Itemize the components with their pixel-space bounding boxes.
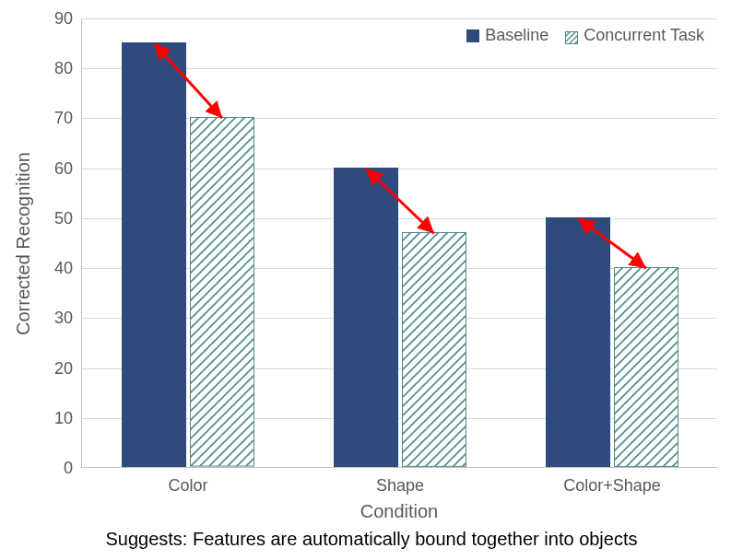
legend-label-concurrent: Concurrent Task [584, 26, 704, 45]
legend: Baseline Concurrent Task [466, 26, 704, 45]
bar-baseline [334, 168, 398, 467]
grid-line [82, 18, 717, 19]
y-tick-label: 80 [54, 59, 82, 78]
bar-concurrent [614, 267, 678, 467]
legend-item-baseline: Baseline [466, 26, 548, 45]
y-tick-label: 50 [54, 208, 82, 228]
y-tick-label: 30 [54, 309, 82, 328]
svg-rect-6 [403, 233, 466, 467]
svg-rect-9 [615, 268, 678, 467]
x-tick-label: Color+Shape [563, 467, 661, 496]
legend-item-concurrent: Concurrent Task [565, 26, 704, 45]
legend-label-baseline: Baseline [485, 26, 548, 45]
y-axis-label: Corrected Recognition [9, 18, 37, 468]
y-tick-label: 0 [64, 459, 82, 478]
chart-container: Corrected Recognition Baseline [0, 0, 743, 560]
bar-concurrent [190, 117, 254, 467]
bar-baseline [546, 217, 610, 467]
y-tick-label: 90 [54, 9, 82, 29]
y-tick-label: 40 [54, 259, 82, 278]
x-axis-label: Condition [81, 501, 717, 522]
svg-rect-1 [566, 31, 578, 43]
plot-area: Baseline Concurrent Task 010203040506070… [81, 18, 717, 468]
legend-swatch-baseline [466, 29, 479, 42]
caption: Suggests: Features are automatically bou… [0, 529, 743, 550]
y-axis-label-text: Corrected Recognition [13, 152, 34, 335]
y-tick-label: 10 [54, 408, 82, 427]
y-tick-label: 20 [54, 358, 82, 378]
bar-concurrent [402, 232, 466, 467]
y-tick-label: 60 [54, 158, 82, 178]
legend-swatch-concurrent [565, 29, 578, 42]
svg-rect-3 [191, 118, 254, 467]
x-tick-label: Shape [376, 467, 424, 496]
bar-baseline [122, 42, 186, 467]
x-tick-label: Color [168, 467, 207, 496]
y-tick-label: 70 [54, 109, 82, 128]
